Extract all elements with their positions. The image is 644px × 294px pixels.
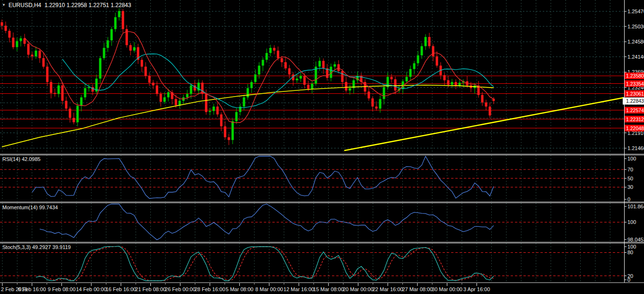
candle-body <box>334 64 336 67</box>
candle-body <box>459 83 461 86</box>
candle-body <box>156 85 158 94</box>
candle-body <box>372 98 374 107</box>
candle-body <box>311 84 313 89</box>
candle-body <box>451 82 453 85</box>
candle-body <box>186 94 189 97</box>
level-badge-text: 1.23580 <box>626 73 644 79</box>
rsi-indicator-label[interactable]: RSI(14) 42.0985 <box>2 156 41 162</box>
candle-body <box>175 99 177 105</box>
candle-body <box>319 61 321 67</box>
price-axis-label: 1.24140 <box>627 54 644 60</box>
candle-body <box>20 38 22 41</box>
candle-body <box>5 26 7 31</box>
level-badge-text: 1.23354 <box>626 81 644 87</box>
level-price-badge: 1.22048 <box>625 125 644 132</box>
candle-body <box>447 80 450 85</box>
candle-body <box>489 107 491 116</box>
time-axis-label: 21 Feb 08:00 <box>135 286 166 292</box>
candle-body <box>262 60 264 65</box>
chart-canvas[interactable]: 1.254701.250301.245801.241401.236901.232… <box>0 0 644 294</box>
indicator-scale-label: 100 <box>627 219 636 225</box>
candle-body <box>65 101 68 109</box>
candle-body <box>145 67 147 76</box>
candle-body <box>12 37 15 47</box>
candle-body <box>296 79 298 80</box>
indicator-scale-label: 100 <box>627 244 636 249</box>
candle-body <box>179 101 181 105</box>
stoch-indicator-label[interactable]: Stoch(5,3,3) 49.2927 39.9119 <box>2 244 71 250</box>
chart-title-bar: ▼EURUSD,H4 1.22910 1.22958 1.22751 1.228… <box>2 2 131 9</box>
chart-dropdown-icon[interactable]: ▼ <box>2 3 6 7</box>
candle-body <box>409 69 412 77</box>
candle-body <box>277 51 279 58</box>
candle-body <box>209 111 211 112</box>
level-price-badge: 1.22574 <box>625 107 644 114</box>
candle-body <box>148 76 151 82</box>
candle-body <box>141 60 143 66</box>
candle-body <box>58 85 60 94</box>
candle-body <box>432 46 435 57</box>
time-axis-label: 30 Mar 00:00 <box>432 286 462 292</box>
candle-body <box>217 107 219 115</box>
price-axis-label: 1.21460 <box>627 145 644 151</box>
candle-body <box>444 75 446 80</box>
candle-body <box>190 85 192 94</box>
candle-body <box>205 94 208 112</box>
candle-body <box>345 82 348 90</box>
candle-body <box>54 93 56 94</box>
candle-body <box>77 106 79 123</box>
candle-body <box>436 56 438 65</box>
candle-body <box>247 88 249 97</box>
level-price-badge: 1.23061 <box>625 90 644 97</box>
candle-body <box>391 77 393 79</box>
candle-body <box>258 66 261 75</box>
candle-body <box>27 44 30 54</box>
indicator-scale-label: 0 <box>627 277 630 283</box>
candle-body <box>84 88 87 97</box>
candle-body <box>69 108 71 117</box>
chart-background <box>0 0 644 294</box>
candle-body <box>375 107 378 108</box>
indicator-scale-label: 98.0453 <box>627 237 644 242</box>
indicator-scale-label: 0 <box>627 196 630 202</box>
candle-body <box>425 37 427 46</box>
candle-body <box>73 118 75 122</box>
candle-body <box>107 40 109 48</box>
candle-body <box>164 98 166 102</box>
candle-body <box>341 71 344 82</box>
chart-title: EURUSD,H4 1.22910 1.22958 1.22751 1.2284… <box>9 2 131 9</box>
candle-body <box>383 87 385 99</box>
current-price-badge-text: 1.22843 <box>626 98 644 104</box>
price-axis-label: 1.25030 <box>627 24 644 29</box>
candle-body <box>239 107 242 112</box>
time-axis-label: 3 Apr 16:00 <box>463 286 490 292</box>
candle-body <box>213 107 215 111</box>
candle-body <box>481 95 484 103</box>
time-axis-label: 14 Feb 00:00 <box>76 286 107 292</box>
candle-body <box>251 82 253 88</box>
candle-body <box>455 82 457 85</box>
level-price-badge: 1.23354 <box>625 80 644 87</box>
candle-body <box>285 62 287 68</box>
level-price-badge: 1.22312 <box>625 116 644 123</box>
candle-body <box>16 41 18 47</box>
candle-body <box>421 46 423 55</box>
indicator-scale-label: 100 <box>627 156 636 161</box>
candle-body <box>281 58 283 62</box>
candle-body <box>118 11 121 17</box>
candle-body <box>273 48 276 51</box>
candle-body <box>270 48 272 53</box>
price-axis-label: 1.24580 <box>627 39 644 45</box>
candle-body <box>99 58 102 79</box>
candle-body <box>160 94 162 102</box>
indicator-scale-label: 101.8645 <box>627 204 644 209</box>
candle-body <box>35 51 37 56</box>
candle-body <box>304 76 306 85</box>
momentum-indicator-label[interactable]: Momentum(14) 99.7434 <box>2 205 58 211</box>
candle-body <box>428 37 431 46</box>
candle-body <box>114 17 117 29</box>
level-badge-text: 1.22312 <box>626 116 644 122</box>
candle-body <box>220 115 223 126</box>
candle-body <box>122 11 124 29</box>
candle-body <box>61 85 64 100</box>
